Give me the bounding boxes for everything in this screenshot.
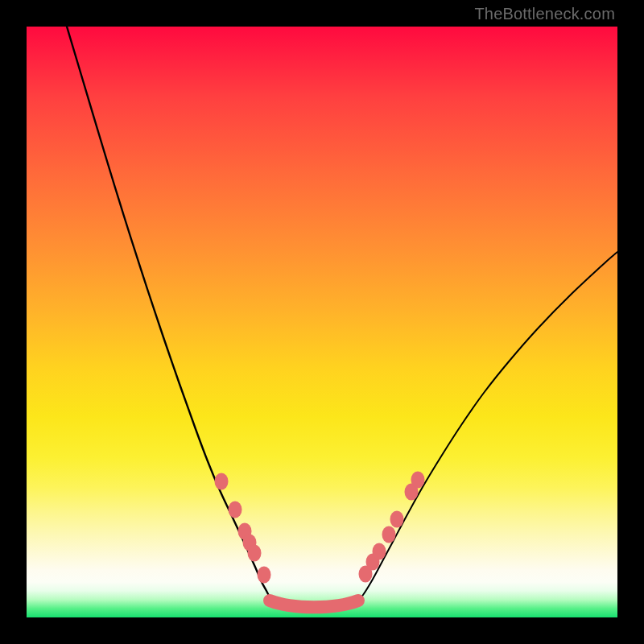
bottom-thick-segment [270, 601, 358, 607]
marker-dot [258, 567, 271, 584]
marker-dot [215, 473, 229, 490]
chart-frame: TheBottleneck.com [0, 0, 644, 644]
markers-left-group [215, 473, 271, 584]
watermark-text: TheBottleneck.com [474, 5, 615, 23]
marker-dot [382, 526, 396, 543]
markers-right-group [359, 472, 425, 583]
chart-overlay [27, 27, 617, 617]
curve-right-branch [355, 252, 617, 605]
plot-area [27, 27, 617, 617]
curve-left-branch [67, 27, 273, 604]
marker-dot [229, 502, 242, 518]
marker-dot [411, 472, 425, 489]
marker-dot [248, 545, 262, 562]
marker-dot [373, 543, 386, 560]
marker-dot [390, 511, 404, 528]
